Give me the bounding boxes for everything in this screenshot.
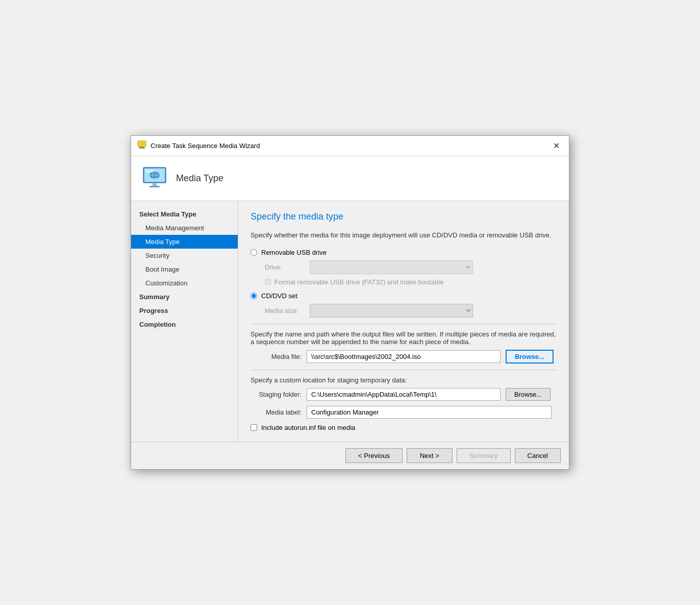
media-file-browse-button[interactable]: Browse...: [506, 350, 554, 364]
sidebar-item-summary[interactable]: Summary: [131, 290, 238, 304]
svg-rect-0: [138, 141, 146, 147]
header-title: Media Type: [176, 173, 223, 184]
cancel-button[interactable]: Cancel: [515, 448, 561, 463]
sidebar-item-media-type[interactable]: Media Type: [131, 235, 238, 249]
usb-radio[interactable]: [251, 249, 257, 256]
dialog: Create Task Sequence Media Wizard ✕ Medi…: [131, 135, 569, 470]
include-autorun-label: Include autorun.inf file on media: [261, 424, 355, 431]
sidebar-item-boot-image[interactable]: Boot Image: [131, 262, 238, 276]
media-file-row: Media file: Browse...: [251, 350, 557, 364]
sidebar-item-security[interactable]: Security: [131, 249, 238, 262]
divider1: [251, 324, 557, 324]
header-section: Media Type: [131, 156, 569, 201]
previous-button[interactable]: < Previous: [345, 448, 403, 463]
drive-select[interactable]: [310, 260, 473, 274]
dvd-radio-option[interactable]: CD/DVD set: [251, 292, 557, 300]
media-size-label: Media size:: [265, 307, 306, 314]
description-text: Specify whether the media for this image…: [251, 230, 557, 240]
usb-radio-option[interactable]: Removable USB drive: [251, 249, 557, 256]
usb-radio-label: Removable USB drive: [261, 249, 327, 256]
media-size-select[interactable]: [310, 304, 473, 318]
media-size-field: Media size:: [265, 304, 557, 318]
dvd-radio-label: CD/DVD set: [261, 292, 297, 300]
content-title: Specify the media type: [251, 211, 557, 222]
title-bar-text: Create Task Sequence Media Wizard: [151, 142, 260, 150]
svg-rect-2: [139, 148, 145, 149]
sidebar-item-media-management[interactable]: Media Management: [131, 221, 238, 235]
media-file-input[interactable]: [307, 350, 501, 363]
path-description: Specify the name and path where the outp…: [251, 330, 557, 346]
drive-field: Drive:: [265, 260, 557, 274]
footer: < Previous Next > Summary Cancel: [131, 442, 569, 469]
staging-folder-browse-button[interactable]: Browse...: [506, 388, 551, 401]
svg-rect-1: [139, 147, 144, 148]
svg-rect-6: [153, 183, 157, 186]
include-autorun-row: Include autorun.inf file on media: [251, 424, 557, 431]
media-label-input[interactable]: [307, 406, 552, 419]
format-usb-field: Format removable USB drive (FAT32) and m…: [265, 278, 557, 286]
divider2: [251, 370, 557, 370]
staging-description: Specify a custom location for staging te…: [251, 376, 557, 384]
sidebar-item-select-media-type[interactable]: Select Media Type: [131, 207, 238, 221]
staging-folder-label: Staging folder:: [251, 391, 302, 398]
media-file-label: Media file:: [251, 353, 302, 360]
summary-button[interactable]: Summary: [457, 448, 511, 463]
sidebar-item-customization[interactable]: Customization: [131, 276, 238, 290]
media-label-label: Media label:: [251, 408, 302, 416]
format-usb-label: Format removable USB drive (FAT32) and m…: [274, 278, 443, 286]
header-icon: [141, 164, 168, 192]
content-area: Specify the media type Specify whether t…: [238, 201, 569, 442]
format-usb-checkbox[interactable]: [265, 279, 271, 285]
next-button[interactable]: Next >: [407, 448, 453, 463]
sidebar: Select Media Type Media Management Media…: [131, 201, 238, 442]
close-button[interactable]: ✕: [550, 140, 563, 152]
sidebar-item-completion[interactable]: Completion: [131, 318, 238, 331]
body: Select Media Type Media Management Media…: [131, 201, 569, 442]
title-bar-left: Create Task Sequence Media Wizard: [137, 140, 260, 151]
include-autorun-checkbox[interactable]: [251, 424, 257, 431]
dvd-radio[interactable]: [251, 293, 257, 299]
sidebar-item-progress[interactable]: Progress: [131, 304, 238, 318]
title-bar: Create Task Sequence Media Wizard ✕: [131, 136, 569, 156]
media-label-row: Media label:: [251, 406, 557, 419]
drive-label: Drive:: [265, 263, 306, 271]
staging-folder-row: Staging folder: Browse...: [251, 388, 557, 401]
svg-rect-7: [149, 186, 160, 187]
dialog-icon: [137, 140, 146, 151]
staging-folder-input[interactable]: [307, 388, 501, 401]
